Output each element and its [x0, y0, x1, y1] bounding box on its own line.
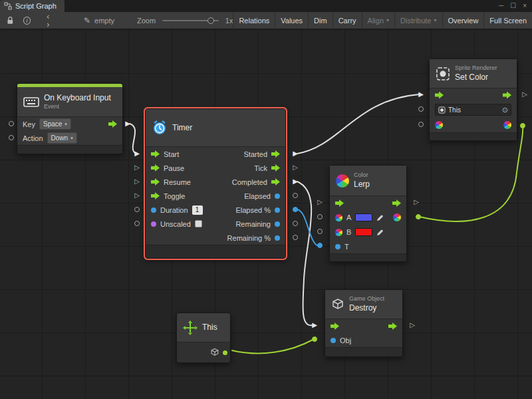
tab-script-graph[interactable]: Script Graph	[0, 0, 65, 12]
eyedropper-icon[interactable]	[376, 214, 384, 221]
flow-out-port-icon[interactable]	[271, 164, 280, 172]
lerp-flow-out-port[interactable]: ▷	[414, 199, 419, 205]
keyboard-flow-out-port[interactable]: ▶	[125, 120, 130, 127]
maximize-icon[interactable]: ☐	[510, 0, 516, 12]
value-port-icon[interactable]	[335, 244, 340, 249]
timer-resume-port[interactable]: ▷	[134, 178, 140, 185]
relations-button[interactable]: Relations	[233, 12, 275, 29]
zoom-slider-knob[interactable]	[207, 17, 214, 24]
timer-pause-port[interactable]: ▷	[134, 164, 140, 171]
flow-out-port-icon[interactable]	[392, 200, 401, 207]
node-set-color[interactable]: Sprite Renderer Set Color This ⊙	[429, 59, 517, 141]
destroy-flow-row	[325, 319, 402, 333]
flow-in-port-icon[interactable]	[151, 192, 160, 200]
relations-label: Relations	[239, 17, 269, 25]
node-lerp[interactable]: Color Lerp A B T	[329, 165, 407, 262]
flow-out-port-icon[interactable]	[271, 150, 280, 158]
info-icon[interactable]: i	[23, 17, 31, 25]
lerp-flow-in-port[interactable]: ▷	[317, 199, 323, 205]
align-button[interactable]: Align▾	[362, 12, 394, 29]
setcolor-this-port[interactable]	[418, 106, 424, 112]
timer-elapsed-pct-port[interactable]	[293, 207, 298, 212]
flow-in-port-icon[interactable]	[151, 164, 160, 172]
node-footer	[325, 347, 402, 356]
lerp-b-port[interactable]	[317, 229, 323, 234]
flow-out-port-icon[interactable]	[271, 178, 280, 186]
setcolor-color-wire-port[interactable]	[520, 123, 525, 128]
node-on-keyboard-input[interactable]: On Keyboard Input Event Key Space▾ Actio…	[17, 83, 123, 154]
flow-in-port-icon[interactable]	[435, 92, 444, 99]
flow-out-port-icon[interactable]	[108, 120, 117, 128]
this-object-field[interactable]: This ⊙	[435, 104, 511, 116]
timer-remaining-pct-port[interactable]	[293, 235, 298, 240]
eyedropper-icon[interactable]	[376, 229, 384, 236]
timer-elapsed-port[interactable]	[293, 193, 298, 198]
lerp-t-port[interactable]	[317, 243, 323, 248]
object-picker-icon[interactable]: ⊙	[502, 106, 508, 114]
gameobject-out-port-icon[interactable]	[223, 350, 227, 355]
timer-duration-port[interactable]	[134, 207, 140, 212]
color-out-port-icon[interactable]	[503, 121, 511, 129]
value-port-icon[interactable]	[275, 194, 280, 199]
timer-unscaled-port[interactable]	[134, 221, 140, 226]
flow-in-port-icon[interactable]	[151, 178, 160, 186]
setcolor-color-in-port[interactable]	[418, 122, 424, 127]
color-in-port-icon[interactable]	[435, 121, 443, 129]
value-port-icon[interactable]	[151, 207, 156, 213]
cube-icon	[210, 348, 219, 357]
color-out-port-icon[interactable]	[393, 213, 401, 221]
value-port-icon[interactable]	[275, 207, 280, 213]
key-dropdown[interactable]: Space▾	[39, 118, 71, 130]
carry-button[interactable]: Carry	[332, 12, 362, 29]
values-button[interactable]: Values	[275, 12, 308, 29]
flow-out-port-icon[interactable]	[503, 92, 511, 99]
flow-in-port-icon[interactable]	[335, 200, 344, 207]
action-dropdown[interactable]: Down▾	[47, 132, 77, 144]
close-icon[interactable]: ×	[523, 0, 527, 12]
lerp-a-port[interactable]	[317, 214, 323, 219]
keyboard-action-input-port[interactable]	[9, 135, 14, 140]
destroy-flow-out-port[interactable]: ▷	[410, 322, 415, 329]
setcolor-flow-out-port[interactable]: ▷	[522, 91, 527, 98]
value-port-icon[interactable]	[331, 338, 336, 343]
dim-button[interactable]: Dim	[308, 12, 332, 29]
timer-tick-port[interactable]: ▷	[293, 164, 298, 171]
timer-started-port[interactable]: ▶	[293, 150, 298, 157]
lock-icon[interactable]	[7, 16, 14, 25]
node-destroy[interactable]: Game Object Destroy Obj	[325, 289, 403, 357]
setcolor-flow-in-port[interactable]: ▶	[418, 91, 424, 98]
code-view-icon[interactable]: ‹ ›	[47, 13, 56, 29]
color-b-swatch[interactable]	[355, 228, 372, 236]
color-a-swatch[interactable]	[355, 213, 372, 221]
node-title: Destroy	[349, 303, 384, 313]
value-port-icon[interactable]	[275, 235, 280, 241]
timer-completed-port[interactable]: ▶	[293, 178, 298, 185]
lerp-result-port[interactable]	[416, 214, 421, 219]
title-bar: Script Graph ─ ☐ ×	[0, 0, 532, 12]
timer-toggle-port[interactable]: ▷	[134, 192, 140, 199]
overview-button[interactable]: Overview	[442, 12, 484, 29]
zoom-slider[interactable]	[162, 20, 219, 21]
color-port-icon[interactable]	[335, 214, 342, 221]
minimize-icon[interactable]: ─	[499, 0, 503, 12]
flow-in-port-icon[interactable]	[331, 323, 339, 330]
flow-out-port-icon[interactable]	[388, 323, 397, 330]
destroy-flow-in-port[interactable]: ▶	[312, 322, 317, 329]
node-timer[interactable]: Timer Start Started Pause Tick Resume Co…	[145, 108, 286, 259]
timer-start-port[interactable]: ▶	[134, 150, 140, 157]
keyboard-key-input-port[interactable]	[9, 121, 14, 126]
color-port-icon[interactable]	[335, 229, 342, 236]
full-screen-button[interactable]: Full Screen	[483, 12, 532, 29]
flow-in-port-icon[interactable]	[151, 150, 160, 158]
destroy-obj-port[interactable]	[312, 336, 317, 342]
value-port-icon[interactable]	[151, 221, 156, 227]
distribute-button[interactable]: Distribute▾	[394, 12, 442, 29]
duration-field[interactable]: 1	[192, 205, 203, 215]
value-port-icon[interactable]	[275, 221, 280, 227]
timer-remaining-port[interactable]	[293, 221, 298, 226]
unscaled-checkbox[interactable]	[195, 220, 202, 227]
key-label: Key	[23, 120, 35, 128]
node-footer	[330, 253, 406, 261]
node-this[interactable]: This	[176, 313, 231, 363]
timer-node-header: Timer	[146, 109, 285, 147]
